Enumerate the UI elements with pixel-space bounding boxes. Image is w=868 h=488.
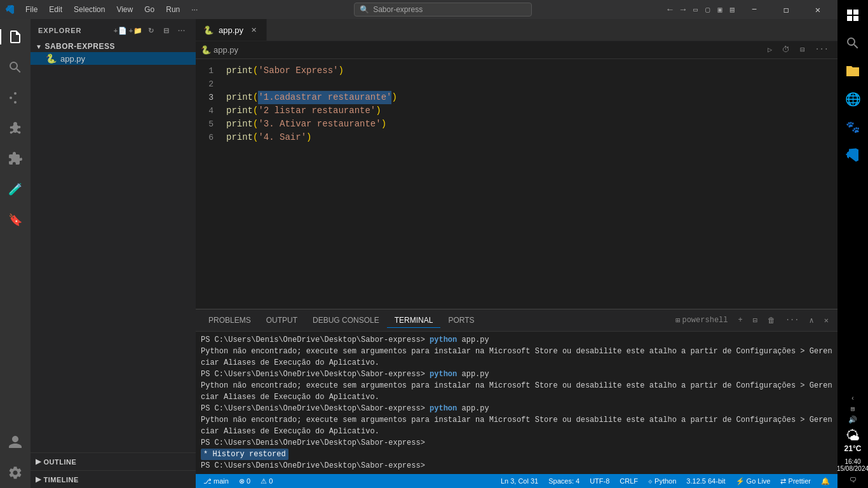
notifications-bell[interactable]: 🔔	[818, 477, 832, 485]
terminal-line-2: Python não encontrado; execute sem argum…	[201, 346, 832, 369]
system-clock[interactable]: 16:40 15/08/2024	[836, 456, 868, 475]
encoding-status[interactable]: UTF-8	[587, 477, 612, 485]
taskbar-app-icon[interactable]: 🐾	[840, 114, 865, 140]
toggle-panel-button[interactable]: ▢	[703, 5, 712, 15]
more-actions-button[interactable]: ···	[175, 24, 188, 37]
close-button[interactable]: ✕	[803, 0, 832, 19]
menu-run[interactable]: Run	[161, 4, 185, 15]
split-editor-button[interactable]: ▣	[715, 5, 725, 15]
taskbar-chrome[interactable]: 🌐	[840, 86, 865, 112]
run-button[interactable]: ▷	[764, 44, 776, 56]
activity-extensions[interactable]	[0, 144, 31, 174]
activity-search[interactable]	[0, 52, 31, 83]
svg-point-0	[14, 92, 17, 95]
weather-widget[interactable]: 🌤 21°C	[844, 425, 862, 456]
taskbar-search-button[interactable]	[840, 30, 865, 56]
activity-account[interactable]	[0, 427, 31, 458]
refresh-explorer-button[interactable]: ↻	[145, 24, 158, 37]
terminal-shell-indicator[interactable]: ⊞ powershell	[672, 315, 731, 327]
start-button[interactable]	[840, 3, 865, 28]
code-line-4: print('2 listar restaurante')	[226, 104, 837, 118]
menu-file[interactable]: File	[20, 4, 43, 15]
outline-header[interactable]: ▶ OUTLINE	[31, 456, 196, 468]
collapse-all-button[interactable]: ⊟	[160, 24, 173, 37]
tab-bar: 🐍 app.py ✕	[196, 19, 837, 41]
warnings-status[interactable]: ⚠ 0	[258, 477, 275, 485]
split-terminal-button[interactable]: ⊟	[749, 315, 761, 327]
go-live-status[interactable]: ⚡ Go Live	[733, 477, 773, 485]
taskbar-file-explorer[interactable]	[840, 58, 865, 84]
title-search-bar[interactable]: 🔍 Sabor-express	[354, 3, 532, 17]
code-line-1: print('Sabor Express')	[226, 64, 837, 78]
spaces-status[interactable]: Spaces: 4	[546, 477, 582, 485]
toggle-sidebar-button[interactable]: ▭	[691, 5, 700, 15]
breadcrumb: 🐍 app.py	[201, 45, 238, 55]
line-ending-status[interactable]: CRLF	[617, 477, 641, 485]
menu-view[interactable]: View	[111, 4, 138, 15]
new-folder-button[interactable]: +📁	[130, 24, 142, 37]
activity-debug[interactable]	[0, 113, 31, 144]
errors-status[interactable]: ⊗ 0	[236, 477, 253, 485]
activity-flask[interactable]: 🧪	[0, 174, 31, 205]
timeline-header[interactable]: ▶ TIMELINE	[31, 473, 196, 485]
terminal-line-9: PS C:\Users\Denis\OneDrive\Desktop\Sabor…	[201, 460, 832, 471]
terminal-more-button[interactable]: ···	[782, 315, 803, 326]
status-bar: ⎇ main ⊗ 0 ⚠ 0 Ln 3, Col 31 Spaces: 4 UT…	[196, 474, 837, 488]
menu-go[interactable]: Go	[139, 4, 159, 15]
python-version-status[interactable]: 3.12.5 64-bit	[684, 477, 728, 485]
kill-terminal-button[interactable]: 🗑	[764, 315, 779, 327]
taskbar-vscode[interactable]	[840, 142, 865, 168]
terminal-content[interactable]: PS C:\Users\Denis\OneDrive\Desktop\Sabor…	[196, 332, 837, 474]
split-editor-right-button[interactable]: ⊟	[796, 44, 808, 56]
new-file-button[interactable]: +📄	[114, 24, 127, 37]
run-history-button[interactable]: ⏱	[778, 44, 794, 56]
tab-problems[interactable]: PROBLEMS	[201, 313, 259, 327]
new-terminal-button[interactable]: +	[734, 315, 746, 326]
close-panel-button[interactable]: ✕	[820, 315, 832, 327]
activity-bookmark[interactable]: 🔖	[0, 205, 31, 235]
maximize-button[interactable]: ◻	[771, 0, 801, 19]
maximize-panel-button[interactable]: ∧	[806, 315, 818, 327]
tab-ports[interactable]: PORTS	[440, 313, 482, 327]
debug-icon	[8, 121, 23, 136]
term-prompt-3: PS C:\Users\Denis\OneDrive\Desktop\Sabor…	[201, 403, 430, 414]
display-settings-button[interactable]: ⊞	[850, 403, 857, 414]
code-paren-open-4: (	[253, 104, 258, 118]
activity-settings[interactable]	[0, 458, 31, 488]
language-status[interactable]: ⟐ Python	[646, 477, 679, 485]
activity-git[interactable]	[0, 83, 31, 113]
tab-debug-console[interactable]: DEBUG CONSOLE	[305, 313, 387, 327]
menu-edit[interactable]: Edit	[44, 4, 67, 15]
menu-selection[interactable]: Selection	[69, 4, 110, 15]
search-icon: 🔍	[360, 5, 369, 14]
term-prompt-5: PS C:\Users\Denis\OneDrive\Desktop\Sabor…	[201, 460, 425, 471]
folder-header[interactable]: ▼ SABOR-EXPRESS	[31, 41, 196, 52]
tray-expand-button[interactable]: ‹	[850, 394, 856, 403]
nav-forward-button[interactable]: →	[678, 4, 688, 15]
tab-app-py[interactable]: 🐍 app.py ✕	[196, 19, 267, 41]
clock-date: 15/08/2024	[837, 465, 868, 472]
code-line-2	[226, 78, 837, 91]
search-icon	[8, 60, 23, 75]
code-paren-close-3: )	[391, 91, 397, 104]
customize-layout-button[interactable]: ▤	[728, 5, 737, 15]
file-item-app-py[interactable]: 🐍 app.py	[31, 52, 196, 65]
menu-more[interactable]: ···	[186, 4, 203, 15]
activity-explorer[interactable]	[0, 22, 31, 52]
prettier-status[interactable]: ⇄ Prettier	[778, 477, 813, 485]
panel-actions: ⊞ powershell + ⊟ 🗑 ··· ∧ ✕	[672, 315, 832, 327]
code-str-6: '4. Sair'	[258, 131, 306, 144]
notification-center-button[interactable]: 🗨	[848, 475, 858, 485]
minimize-button[interactable]: −	[740, 0, 769, 19]
tab-terminal[interactable]: TERMINAL	[387, 313, 441, 328]
cursor-position-status[interactable]: Ln 3, Col 31	[498, 477, 541, 485]
code-editor[interactable]: 1 2 3 4 5 6 print('Sabor Express') print…	[196, 59, 837, 309]
title-bar: File Edit Selection View Go Run ··· 🔍 Sa…	[0, 0, 837, 19]
git-branch-status[interactable]: ⎇ main	[201, 477, 231, 485]
nav-back-button[interactable]: ←	[665, 4, 675, 15]
workbench: 🧪 🔖 Explorer +📄 +📁 ↻ ⊟ ···	[0, 19, 837, 488]
editor-more-button[interactable]: ···	[811, 44, 832, 56]
tab-close-button[interactable]: ✕	[248, 25, 259, 35]
volume-button[interactable]: 🔊	[847, 414, 858, 425]
tab-output[interactable]: OUTPUT	[259, 313, 305, 327]
